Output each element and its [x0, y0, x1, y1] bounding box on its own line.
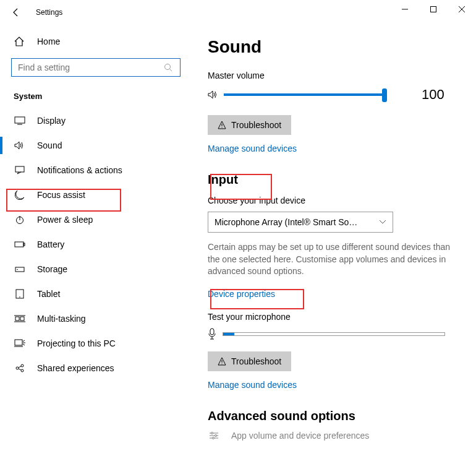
sidebar-item-power-sleep[interactable]: Power & sleep: [0, 207, 192, 232]
sidebar-item-label: Power & sleep: [37, 215, 93, 225]
master-volume-label: Master volume: [208, 71, 460, 80]
maximize-button[interactable]: [419, 0, 448, 19]
section-label: System: [0, 88, 192, 108]
svg-point-29: [221, 127, 222, 127]
back-button[interactable]: [11, 7, 23, 17]
slider-thumb[interactable]: [382, 88, 387, 102]
svg-rect-8: [15, 166, 24, 172]
sound-icon: [14, 141, 26, 150]
sidebar-item-label: Display: [37, 116, 66, 126]
chevron-down-icon: [379, 220, 386, 225]
input-help-text: Certain apps may be set up to use differ…: [208, 241, 455, 278]
input-device-dropdown[interactable]: Microphone Array (Intel® Smart So…: [208, 212, 393, 233]
svg-rect-30: [210, 329, 214, 335]
search-box[interactable]: [11, 58, 181, 77]
svg-point-32: [221, 363, 222, 364]
svg-rect-21: [15, 340, 22, 345]
sidebar-item-label: Shared experiences: [37, 363, 114, 373]
home-icon: [14, 36, 26, 47]
warning-icon: [218, 121, 226, 129]
sidebar-item-battery[interactable]: Battery: [0, 232, 192, 257]
sidebar-item-display[interactable]: Display: [0, 108, 192, 133]
power-icon: [14, 215, 26, 225]
page-title: Sound: [208, 37, 460, 57]
notifications-icon: [14, 166, 26, 174]
troubleshoot-label: Troubleshoot: [231, 120, 281, 130]
troubleshoot-label: Troubleshoot: [231, 356, 281, 366]
svg-point-4: [165, 64, 171, 70]
storage-icon: [14, 265, 26, 273]
advanced-heading: Advanced sound options: [208, 409, 460, 423]
svg-point-37: [215, 434, 217, 436]
manage-output-devices-link[interactable]: Manage sound devices: [208, 144, 297, 153]
sidebar-item-label: Multi-tasking: [37, 314, 86, 324]
input-heading: Input: [208, 173, 460, 187]
svg-rect-11: [15, 242, 23, 247]
mic-level-bar: [223, 332, 445, 336]
home-button[interactable]: Home: [0, 31, 192, 54]
svg-line-26: [19, 366, 21, 368]
svg-point-38: [213, 437, 215, 439]
volume-value: 100: [422, 87, 444, 103]
app-volume-label: App volume and device preferences: [231, 431, 369, 441]
mic-level: [223, 333, 234, 335]
shared-icon: [14, 363, 26, 373]
sidebar-item-focus-assist[interactable]: Focus assist: [0, 183, 192, 207]
manage-input-devices-link[interactable]: Manage sound devices: [208, 380, 297, 390]
sidebar-item-projecting[interactable]: Projecting to this PC: [0, 331, 192, 356]
svg-line-5: [170, 69, 172, 72]
test-mic-label: Test your microphone: [208, 312, 460, 322]
svg-rect-6: [15, 117, 25, 123]
sidebar-item-storage[interactable]: Storage: [0, 257, 192, 282]
svg-rect-13: [15, 267, 24, 272]
choose-input-label: Choose your input device: [208, 196, 460, 205]
sidebar-item-label: Battery: [37, 239, 64, 249]
sidebar-item-multitasking[interactable]: Multi-tasking: [0, 306, 192, 331]
app-volume-item[interactable]: App volume and device preferences: [208, 423, 460, 448]
display-icon: [14, 116, 26, 125]
troubleshoot-input-button[interactable]: Troubleshoot: [208, 351, 291, 371]
sidebar-item-label: Tablet: [37, 289, 60, 299]
search-input[interactable]: [18, 62, 164, 72]
focus-assist-icon: [14, 190, 26, 200]
sidebar-item-shared-experiences[interactable]: Shared experiences: [0, 356, 192, 381]
troubleshoot-output-button[interactable]: Troubleshoot: [208, 115, 291, 135]
close-button[interactable]: [448, 0, 476, 19]
input-device-value: Microphone Array (Intel® Smart So…: [215, 217, 357, 227]
sidebar-item-sound[interactable]: Sound: [0, 133, 192, 158]
sidebar-item-label: Storage: [37, 264, 67, 274]
svg-rect-20: [20, 317, 24, 320]
home-label: Home: [37, 37, 60, 46]
sidebar-item-tablet[interactable]: Tablet: [0, 282, 192, 306]
svg-rect-19: [15, 317, 19, 320]
svg-rect-1: [431, 7, 436, 12]
minimize-button[interactable]: [391, 0, 419, 19]
main-content: Sound Master volume 100 Troubleshoot Man…: [192, 25, 476, 456]
search-icon: [164, 63, 174, 72]
window-title: Settings: [36, 8, 62, 17]
sidebar-item-label: Focus assist: [37, 190, 85, 200]
device-properties-link[interactable]: Device properties: [208, 289, 275, 299]
svg-point-36: [211, 432, 213, 434]
svg-line-27: [19, 369, 21, 370]
sliders-icon: [208, 431, 220, 440]
projecting-icon: [14, 339, 26, 348]
sidebar-item-label: Projecting to this PC: [37, 338, 116, 348]
sidebar-item-notifications[interactable]: Notifications & actions: [0, 158, 192, 183]
svg-point-25: [21, 369, 23, 372]
volume-icon: [208, 90, 221, 100]
svg-point-14: [17, 269, 18, 270]
svg-rect-12: [23, 243, 25, 246]
tablet-icon: [14, 289, 26, 299]
battery-icon: [14, 241, 26, 248]
sidebar: Home System Display Sound Notifications …: [0, 25, 192, 456]
multitasking-icon: [14, 314, 26, 323]
microphone-icon: [208, 328, 216, 340]
svg-point-24: [21, 364, 23, 367]
warning-icon: [218, 357, 226, 366]
sidebar-item-label: Sound: [37, 140, 62, 150]
svg-point-23: [16, 367, 19, 369]
volume-slider[interactable]: [224, 93, 385, 96]
svg-point-16: [19, 296, 20, 298]
sidebar-item-label: Notifications & actions: [37, 165, 122, 175]
